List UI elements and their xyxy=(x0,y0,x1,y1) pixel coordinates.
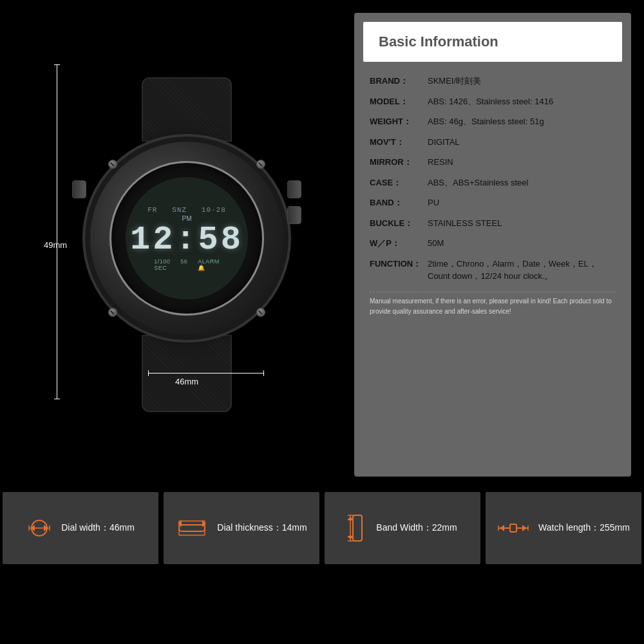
spec-dial-thickness: Dial thickness：14mm xyxy=(164,492,319,564)
spec-dial-width: Dial width：46mm xyxy=(3,492,158,564)
screw-bottom-left xyxy=(108,308,117,317)
screw-bottom-right xyxy=(256,308,265,317)
info-row: BAND：PU xyxy=(370,193,616,213)
band-bottom xyxy=(142,335,232,412)
dial-width-icon xyxy=(26,516,52,540)
lcd-snz: SNZ xyxy=(172,206,187,214)
width-label: 46mm xyxy=(175,377,198,386)
width-dimension-line xyxy=(148,373,264,374)
info-row: WEIGHT：ABS: 46g、Stainless steel: 51g xyxy=(370,111,616,132)
info-row-label: W／P： xyxy=(370,237,428,250)
screw-top-left xyxy=(108,160,117,169)
info-row: FUNCTION：2time，Chrono，Alarm，Date，Week，EL… xyxy=(370,254,616,287)
lcd-bottom-row: 1/100SEC 56 ALARM🔔 xyxy=(154,258,220,271)
watch-length-icon xyxy=(497,516,529,540)
screw-top-right xyxy=(256,160,265,169)
info-row-label: FUNCTION： xyxy=(370,258,428,270)
info-row-value: PU xyxy=(428,196,616,209)
dial-thickness-icon xyxy=(176,518,208,538)
info-row-value: ABS: 46g、Stainless steel: 51g xyxy=(428,115,616,128)
lcd-face: FR SNZ 10·28 PM 12:58 1/100SEC 56 ALARM🔔 xyxy=(126,177,248,299)
height-dimension-line xyxy=(57,64,57,399)
svg-marker-18 xyxy=(348,536,352,538)
band-width-icon xyxy=(348,514,367,542)
info-row-value: STAINLESS STEEL xyxy=(428,217,616,230)
specs-bar: Dial width：46mm Dial thickness：14mm xyxy=(0,489,644,567)
info-row: MOV'T：DIGITAL xyxy=(370,132,616,153)
info-row-label: BUCKLE： xyxy=(370,217,428,230)
lcd-sec-label: 1/100SEC xyxy=(154,258,170,271)
info-row: W／P：50M xyxy=(370,233,616,254)
side-button-left xyxy=(72,180,86,198)
svg-rect-6 xyxy=(179,525,205,531)
info-row-value: ABS: 1426、Stainless steel: 1416 xyxy=(428,95,616,108)
watch-case: FR SNZ 10·28 PM 12:58 1/100SEC 56 ALARM🔔 xyxy=(90,142,283,335)
info-row-value: RESIN xyxy=(428,156,616,169)
band-width-label: Band Width：22mm xyxy=(376,522,457,534)
watch-inner: FR SNZ 10·28 PM 12:58 1/100SEC 56 ALARM🔔 xyxy=(109,161,264,316)
svg-rect-13 xyxy=(353,515,362,541)
info-row-label: CASE： xyxy=(370,176,428,189)
info-row-value: 50M xyxy=(428,237,616,250)
lcd-date: 10·28 xyxy=(202,206,226,214)
watch-length-label: Watch length：255mm xyxy=(538,522,630,534)
info-row-value: DIGITAL xyxy=(428,136,616,149)
info-row-label: BRAND： xyxy=(370,75,428,88)
spec-band-width: Band Width：22mm xyxy=(325,492,480,564)
info-row-label: MOV'T： xyxy=(370,136,428,149)
info-row-value: 2time，Chrono，Alarm，Date，Week，EL，Count do… xyxy=(428,258,616,283)
spec-watch-length: Watch length：255mm xyxy=(486,492,641,564)
info-row-label: WEIGHT： xyxy=(370,115,428,128)
info-row-value: SKMEI/时刻美 xyxy=(428,75,616,88)
lcd-seconds: 56 xyxy=(180,258,187,271)
info-row: BUCKLE：STAINLESS STEEL xyxy=(370,213,616,234)
lcd-day: FR xyxy=(147,206,157,214)
info-row: CASE：ABS、ABS+Stainless steel xyxy=(370,173,616,193)
info-row-value: ABS、ABS+Stainless steel xyxy=(428,176,616,189)
info-row: MODEL：ABS: 1426、Stainless steel: 1416 xyxy=(370,91,616,112)
info-note: Manual measurement, if there is an error… xyxy=(370,292,616,317)
info-row: MIRROR：RESIN xyxy=(370,152,616,173)
info-title: Basic Information xyxy=(379,33,607,50)
info-body: BRAND：SKMEI/时刻美MODEL：ABS: 1426、Stainless… xyxy=(354,62,631,323)
lcd-main-time: 12:58 xyxy=(130,223,243,257)
dial-thickness-label: Dial thickness：14mm xyxy=(217,522,307,534)
svg-rect-19 xyxy=(510,524,516,532)
info-row: BRAND：SKMEI/时刻美 xyxy=(370,71,616,91)
watch-diagram: FR SNZ 10·28 PM 12:58 1/100SEC 56 ALARM🔔 xyxy=(71,64,303,425)
side-button-mid-right xyxy=(287,206,301,224)
info-row-label: BAND： xyxy=(370,196,428,209)
svg-marker-17 xyxy=(348,518,352,520)
info-row-label: MIRROR： xyxy=(370,156,428,169)
svg-marker-24 xyxy=(501,526,504,530)
lcd-alarm-label: ALARM🔔 xyxy=(198,258,220,271)
band-top xyxy=(142,77,232,142)
info-header: Basic Information xyxy=(363,22,622,62)
info-panel: Basic Information BRAND：SKMEI/时刻美MODEL：A… xyxy=(354,13,631,477)
lcd-top-row: FR SNZ 10·28 xyxy=(147,206,226,214)
height-label: 49mm xyxy=(44,240,67,250)
svg-marker-25 xyxy=(523,526,526,530)
dial-width-label: Dial width：46mm xyxy=(61,522,135,534)
watch-area: 49mm FR SNZ 10·28 xyxy=(0,0,348,489)
info-row-label: MODEL： xyxy=(370,95,428,108)
side-button-top-right xyxy=(287,180,301,198)
